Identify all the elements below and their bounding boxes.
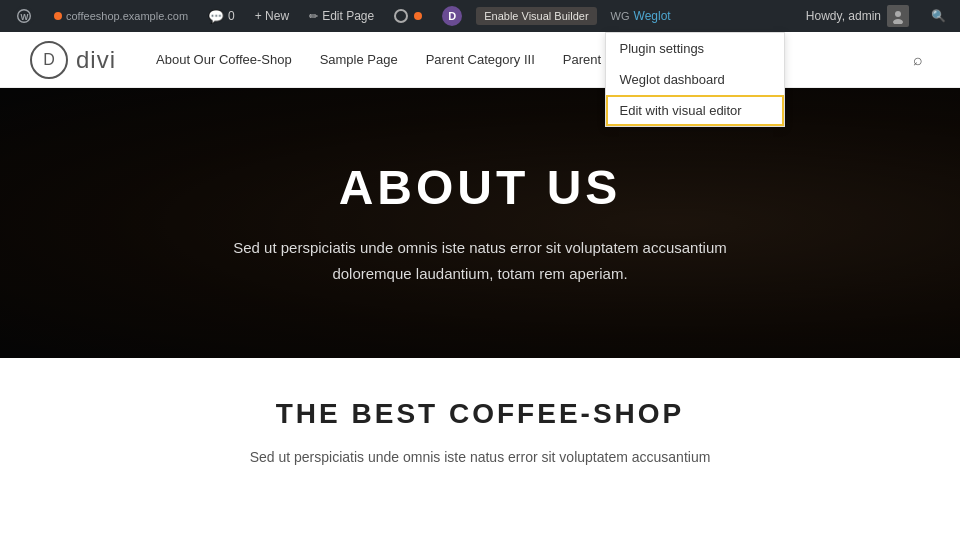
svg-point-3 [895, 11, 901, 17]
edit-page-item[interactable]: ✏ Edit Page [303, 0, 380, 32]
logo-letter: D [43, 51, 55, 69]
admin-avatar [887, 5, 909, 27]
new-label: + New [255, 9, 289, 23]
nav-about-coffee-shop[interactable]: About Our Coffee-Shop [156, 52, 292, 67]
comment-icon: 💬 [208, 9, 224, 24]
howdy-admin-item[interactable]: Howdy, admin [798, 5, 917, 27]
nav-bar: D divi About Our Coffee-Shop Sample Page… [0, 32, 960, 88]
admin-search-item[interactable]: 🔍 [925, 0, 952, 32]
nav-links: About Our Coffee-Shop Sample Page Parent… [156, 52, 906, 67]
edit-page-label: Edit Page [322, 9, 374, 23]
nav-parent-category-iii[interactable]: Parent Category III [426, 52, 535, 67]
logo-text: divi [76, 46, 116, 74]
hero-section: ABOUT US Sed ut perspiciatis unde omnis … [0, 88, 960, 358]
howdy-label: Howdy, admin [806, 9, 881, 23]
comment-count: 0 [228, 9, 235, 23]
site-url: coffeeshop.example.com [66, 10, 188, 22]
admin-search-icon: 🔍 [931, 9, 946, 23]
divi-icon [394, 9, 408, 23]
plugin-settings-item[interactable]: Plugin settings [606, 33, 784, 64]
svg-text:W: W [21, 12, 29, 22]
logo-icon: D [30, 41, 68, 79]
enable-visual-builder-label: Enable Visual Builder [484, 10, 588, 22]
purple-d-icon: D [442, 6, 462, 26]
new-item[interactable]: + New [249, 0, 295, 32]
wp-logo-icon: W [14, 6, 34, 26]
purple-d-item[interactable]: D [436, 0, 468, 32]
hero-content: ABOUT US Sed ut perspiciatis unde omnis … [190, 160, 770, 286]
weglot-label: Weglot [634, 9, 671, 23]
wg-label: WG [611, 10, 630, 22]
weglot-item[interactable]: WG Weglot [605, 0, 677, 32]
hero-title: ABOUT US [210, 160, 750, 215]
admin-bar: W coffeeshop.example.com 💬 0 + New ✏ Edi… [0, 0, 960, 32]
content-section: THE BEST COFFEE-SHOP Sed ut perspiciatis… [0, 358, 960, 488]
weglot-dropdown: Plugin settings Weglot dashboard Edit wi… [605, 32, 785, 127]
site-indicator-icon [54, 12, 62, 20]
comments-item[interactable]: 💬 0 [202, 0, 241, 32]
section-title: THE BEST COFFEE-SHOP [20, 398, 940, 430]
edit-with-visual-editor-item[interactable]: Edit with visual editor [606, 95, 784, 126]
enable-visual-builder-button[interactable]: Enable Visual Builder [476, 7, 596, 25]
divi-item[interactable] [388, 0, 428, 32]
nav-search-button[interactable]: ⌕ [906, 48, 930, 72]
weglot-container: WG Weglot Plugin settings Weglot dashboa… [605, 0, 677, 32]
divi-status-icon [414, 12, 422, 20]
edit-icon: ✏ [309, 10, 318, 23]
weglot-dashboard-item[interactable]: Weglot dashboard [606, 64, 784, 95]
wp-logo-item[interactable]: W [8, 0, 40, 32]
site-name-item[interactable]: coffeeshop.example.com [48, 0, 194, 32]
hero-subtitle: Sed ut perspiciatis unde omnis iste natu… [210, 235, 750, 286]
nav-sample-page[interactable]: Sample Page [320, 52, 398, 67]
section-subtitle: Sed ut perspiciatis unde omnis iste natu… [210, 446, 750, 468]
logo[interactable]: D divi [30, 41, 116, 79]
search-icon: ⌕ [913, 51, 923, 69]
